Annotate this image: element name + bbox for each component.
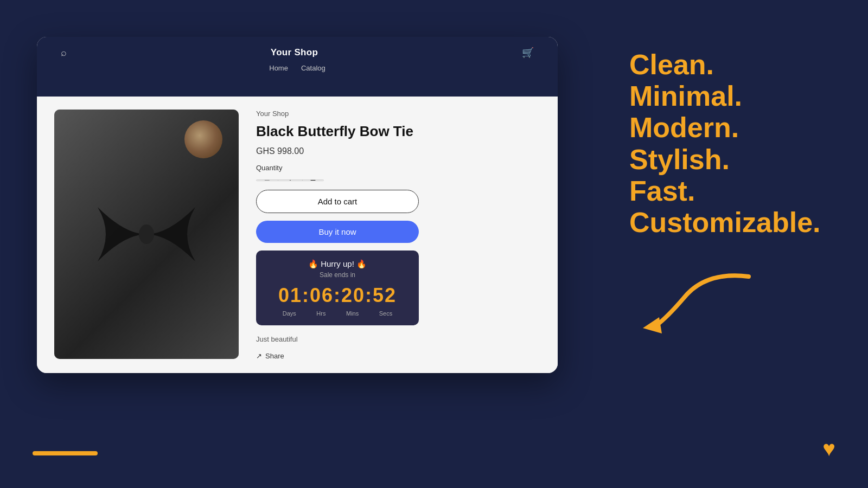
tagline-line-1: Clean.	[629, 49, 825, 80]
timer-labels: Days Hrs Mins Secs	[267, 310, 408, 317]
browser-mockup: ⌕ Your Shop 🛒 Home Catalog	[37, 37, 558, 373]
arrow-svg	[597, 266, 760, 342]
timer-mins-label: Mins	[346, 310, 359, 317]
share-icon: ↗	[256, 352, 262, 360]
timer-display: 01:06:20:52	[267, 284, 408, 307]
share-button[interactable]: ↗ Share	[256, 352, 540, 360]
nav-bar: ⌕ Your Shop 🛒 Home Catalog	[37, 37, 558, 97]
heart-icon: ♥	[822, 436, 835, 461]
product-area: Your Shop Black Butterfly Bow Tie GHS 99…	[37, 97, 558, 373]
quantity-decrease-button[interactable]: −	[257, 179, 278, 181]
bottom-bar-decoration	[33, 451, 98, 455]
hurry-text: 🔥 Hurry up! 🔥	[267, 259, 408, 269]
product-title: Black Butterfly Bow Tie	[256, 123, 540, 140]
product-breadcrumb: Your Shop	[256, 110, 540, 118]
wicker-ball-decoration	[184, 120, 222, 158]
product-description: Just beautiful	[256, 335, 540, 343]
nav-catalog[interactable]: Catalog	[301, 64, 326, 72]
search-icon[interactable]: ⌕	[61, 47, 67, 59]
product-image-container	[54, 110, 239, 359]
nav-top: ⌕ Your Shop 🛒	[50, 37, 545, 62]
tagline-line-6: Customizable.	[629, 207, 825, 238]
tagline-line-4: Stylish.	[629, 144, 825, 175]
product-info: Your Shop Black Butterfly Bow Tie GHS 99…	[256, 110, 540, 360]
tagline-line-2: Minimal.	[629, 80, 825, 112]
svg-marker-1	[643, 317, 662, 333]
cart-icon[interactable]: 🛒	[522, 47, 534, 59]
product-image	[54, 110, 239, 359]
share-label: Share	[265, 352, 284, 360]
quantity-control: − 1 +	[256, 179, 324, 181]
tagline-line-5: Fast.	[629, 175, 825, 207]
add-to-cart-button[interactable]: Add to cart	[256, 190, 419, 213]
shop-title: Your Shop	[271, 47, 318, 58]
tagline-section: Clean. Minimal. Modern. Stylish. Fast. C…	[629, 49, 825, 238]
timer-hrs-label: Hrs	[316, 310, 326, 317]
arrow-decoration	[597, 266, 760, 342]
timer-days-label: Days	[283, 310, 296, 317]
quantity-label: Quantity	[256, 164, 540, 172]
sale-ends-label: Sale ends in	[267, 271, 408, 279]
tagline-line-3: Modern.	[629, 112, 825, 143]
buy-now-button[interactable]: Buy it now	[256, 221, 419, 243]
quantity-value: 1	[278, 179, 302, 181]
timer-secs-label: Secs	[379, 310, 392, 317]
quantity-increase-button[interactable]: +	[303, 179, 324, 181]
nav-links: Home Catalog	[269, 62, 326, 72]
nav-home[interactable]: Home	[269, 64, 288, 72]
countdown-box: 🔥 Hurry up! 🔥 Sale ends in 01:06:20:52 D…	[256, 251, 419, 325]
product-price: GHS 998.00	[256, 146, 540, 156]
bow-tie-image	[92, 196, 201, 272]
